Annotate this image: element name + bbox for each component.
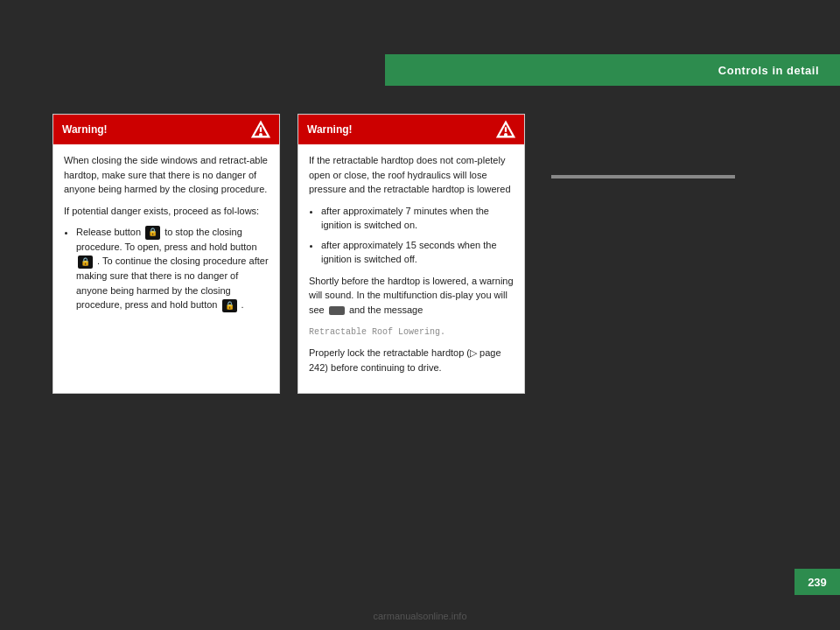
warning-2-para1: If the retractable hardtop does not com-… [309,153,514,197]
bullet1-prefix: Release button [76,227,141,237]
warning-2-mono: Retractable Roof Lowering. [309,324,514,339]
svg-point-5 [505,134,507,136]
warning-1-bullet1: Release button 🔒 to stop the closing pro… [76,225,269,312]
warning-1-para1: When closing the side windows and retrac… [64,153,269,197]
warning-triangle-icon-2 [496,120,515,139]
warning-header-1: Warning! [53,115,279,144]
svg-point-2 [260,134,262,136]
retractable-roof-text: Retractable Roof Lowering. [309,327,445,337]
lock-icon-3: 🔒 [222,299,237,313]
warning-2-bullet1: after approximately 7 minutes when the i… [321,204,514,233]
warning-1-para2: If potential danger exists, proceed as f… [64,204,269,219]
lock-icon-1: 🔒 [145,226,160,240]
page-number: 239 [808,576,827,589]
page-background: Controls in detail Warning! When closing… [0,0,840,630]
warning-header-2: Warning! [298,115,524,144]
bullet1-suffix2: . To continue the closing procedure afte… [76,256,269,310]
content-area: Warning! When closing the side windows a… [52,114,788,394]
warning-box-2: Warning! If the retractable hardtop does… [298,114,525,394]
lock-icon-2: 🔒 [78,256,93,270]
watermark: carmanualsonline.info [373,611,466,621]
car-display-icon [329,306,345,315]
warning-box-1: Warning! When closing the side windows a… [52,114,280,394]
warning-label-2: Warning! [307,123,353,136]
warning-body-1: When closing the side windows and retrac… [53,144,279,328]
warning-2-bullet2: after approximately 15 seconds when the … [321,238,514,267]
header-title: Controls in detail [718,64,819,77]
warning-label-1: Warning! [62,123,108,136]
warning-triangle-icon-1 [251,120,270,139]
warning-body-2: If the retractable hardtop does not com-… [298,144,524,390]
bullet1-end: . [242,299,244,310]
warning-2-para3: Properly lock the retractable hardtop (▷… [309,346,514,374]
page-badge: 239 [794,569,840,595]
warning-1-list: Release button 🔒 to stop the closing pro… [76,225,269,312]
and-message-text: and the message [349,304,423,315]
header-bar: Controls in detail [385,54,840,86]
warning-2-para2: Shortly before the hardtop is lowered, a… [309,274,514,318]
warning-2-list: after approximately 7 minutes when the i… [321,204,514,267]
